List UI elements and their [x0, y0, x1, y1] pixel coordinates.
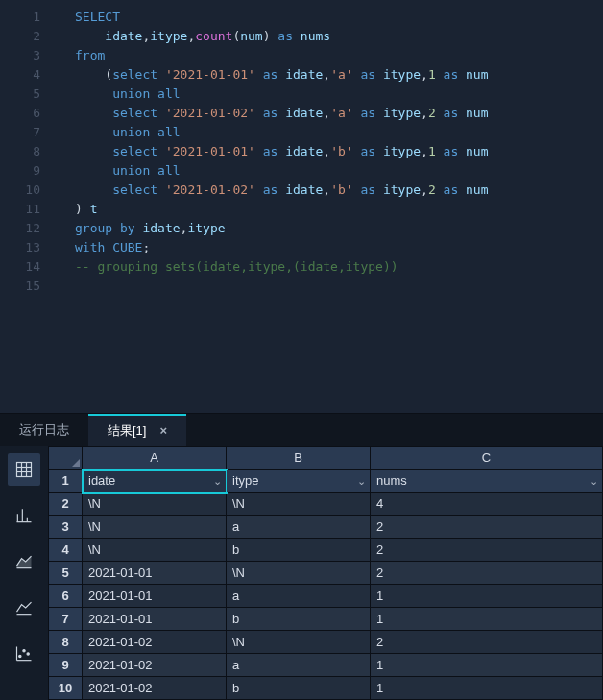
code-line[interactable]: union all — [58, 84, 603, 104]
bar-chart-icon[interactable] — [8, 499, 40, 532]
cell[interactable]: 4 — [371, 493, 603, 516]
code-line[interactable]: union all — [58, 123, 603, 142]
cell[interactable]: 2 — [371, 562, 603, 585]
cell[interactable]: 2021-01-01 — [83, 562, 227, 585]
line-number: 2 — [0, 27, 58, 46]
cell[interactable]: b — [227, 539, 371, 562]
cell[interactable]: 1 — [371, 677, 603, 700]
table-row[interactable]: 52021-01-01\N2 — [49, 562, 603, 585]
line-number: 1 — [0, 8, 58, 27]
cell[interactable]: b — [227, 608, 371, 631]
line-number: 3 — [0, 46, 58, 65]
close-icon[interactable]: × — [159, 423, 167, 438]
code-line[interactable]: -- grouping sets(idate,itype,(idate,ityp… — [58, 257, 603, 277]
cell[interactable]: a — [227, 654, 371, 677]
table-row[interactable]: 72021-01-01b1 — [49, 608, 603, 631]
field-header-idate[interactable]: idate⌄ — [83, 470, 227, 493]
cell[interactable]: 2021-01-02 — [83, 631, 227, 654]
scatter-chart-icon[interactable] — [8, 638, 40, 670]
line-number: 8 — [0, 142, 58, 161]
table-row[interactable]: 4\Nb2 — [49, 539, 603, 562]
result-grid[interactable]: A B C 1idate⌄itype⌄nums⌄2\N\N43\Na24\Nb2… — [48, 446, 603, 700]
row-number[interactable]: 3 — [49, 516, 83, 539]
code-line[interactable]: ) t — [58, 200, 603, 219]
cell[interactable]: 2021-01-02 — [83, 677, 227, 700]
row-number[interactable]: 2 — [49, 493, 83, 516]
code-line[interactable]: with CUBE; — [58, 238, 603, 257]
table-row[interactable]: 82021-01-02\N2 — [49, 631, 603, 654]
code-line[interactable]: select '2021-01-02' as idate,'a' as ityp… — [58, 104, 603, 123]
cell[interactable]: \N — [227, 562, 371, 585]
tab-result-1[interactable]: 结果[1] × — [88, 414, 186, 446]
row-number[interactable]: 7 — [49, 608, 83, 631]
code-content[interactable]: SELECT idate,itype,count(num) as numsfro… — [58, 0, 603, 413]
cell[interactable]: \N — [227, 493, 371, 516]
cell[interactable]: 1 — [371, 654, 603, 677]
col-header-c[interactable]: C — [371, 447, 603, 470]
field-header-itype[interactable]: itype⌄ — [227, 470, 371, 493]
code-line[interactable]: group by idate,itype — [58, 219, 603, 238]
line-number: 12 — [0, 219, 58, 238]
table-row[interactable]: 92021-01-02a1 — [49, 654, 603, 677]
cell[interactable]: 1 — [371, 585, 603, 608]
table-row[interactable]: 2\N\N4 — [49, 493, 603, 516]
row-number[interactable]: 9 — [49, 654, 83, 677]
row-number[interactable]: 6 — [49, 585, 83, 608]
results-tab-bar: 运行日志 结果[1] × — [0, 413, 603, 446]
code-editor[interactable]: 123456789101112131415 SELECT idate,itype… — [0, 0, 603, 413]
cell[interactable]: a — [227, 516, 371, 539]
chevron-down-icon[interactable]: ⌄ — [590, 474, 598, 487]
cell[interactable]: \N — [227, 631, 371, 654]
select-all-corner[interactable] — [49, 447, 83, 470]
code-line[interactable]: idate,itype,count(num) as nums — [58, 27, 603, 46]
row-number[interactable]: 8 — [49, 631, 83, 654]
result-table[interactable]: A B C 1idate⌄itype⌄nums⌄2\N\N43\Na24\Nb2… — [48, 446, 603, 700]
cell[interactable]: \N — [83, 516, 227, 539]
line-number: 15 — [0, 277, 58, 296]
cell[interactable]: 2 — [371, 539, 603, 562]
grid-view-icon[interactable] — [8, 453, 40, 486]
cell[interactable]: \N — [83, 539, 227, 562]
cell[interactable]: b — [227, 677, 371, 700]
code-line[interactable]: select '2021-01-02' as idate,'b' as ityp… — [58, 181, 603, 200]
line-number: 4 — [0, 65, 58, 84]
code-line[interactable]: select '2021-01-01' as idate,'b' as ityp… — [58, 142, 603, 161]
row-number[interactable]: 5 — [49, 562, 83, 585]
code-line[interactable]: union all — [58, 161, 603, 181]
code-line[interactable] — [58, 277, 603, 296]
row-number[interactable]: 4 — [49, 539, 83, 562]
field-header-nums[interactable]: nums⌄ — [371, 470, 603, 493]
svg-point-12 — [23, 650, 25, 652]
result-view-toolbar — [0, 446, 48, 700]
tab-run-log[interactable]: 运行日志 — [0, 414, 88, 446]
cell[interactable]: 2021-01-02 — [83, 654, 227, 677]
cell[interactable]: 2021-01-01 — [83, 608, 227, 631]
cell[interactable]: a — [227, 585, 371, 608]
line-number: 5 — [0, 84, 58, 104]
chevron-down-icon[interactable]: ⌄ — [357, 474, 366, 487]
table-row[interactable]: 102021-01-02b1 — [49, 677, 603, 700]
svg-rect-0 — [17, 463, 32, 477]
table-row[interactable]: 62021-01-01a1 — [49, 585, 603, 608]
cell[interactable]: \N — [83, 493, 227, 516]
cell[interactable]: 1 — [371, 608, 603, 631]
code-line[interactable]: SELECT — [58, 8, 603, 27]
tab-run-log-label: 运行日志 — [19, 422, 69, 439]
cell[interactable]: 2021-01-01 — [83, 585, 227, 608]
cell[interactable]: 2 — [371, 631, 603, 654]
line-chart-icon[interactable] — [8, 591, 40, 624]
line-number: 7 — [0, 123, 58, 142]
row-number[interactable]: 1 — [49, 470, 83, 493]
row-number[interactable]: 10 — [49, 677, 83, 700]
col-header-b[interactable]: B — [227, 447, 371, 470]
area-chart-icon[interactable] — [8, 545, 40, 578]
tab-result-1-label: 结果[1] — [108, 422, 146, 440]
table-row[interactable]: 3\Na2 — [49, 516, 603, 539]
code-line[interactable]: (select '2021-01-01' as idate,'a' as ity… — [58, 65, 603, 84]
chevron-down-icon[interactable]: ⌄ — [213, 474, 222, 487]
code-line[interactable]: from — [58, 46, 603, 65]
cell[interactable]: 2 — [371, 516, 603, 539]
line-number: 6 — [0, 104, 58, 123]
col-header-a[interactable]: A — [83, 447, 227, 470]
line-number: 14 — [0, 257, 58, 277]
